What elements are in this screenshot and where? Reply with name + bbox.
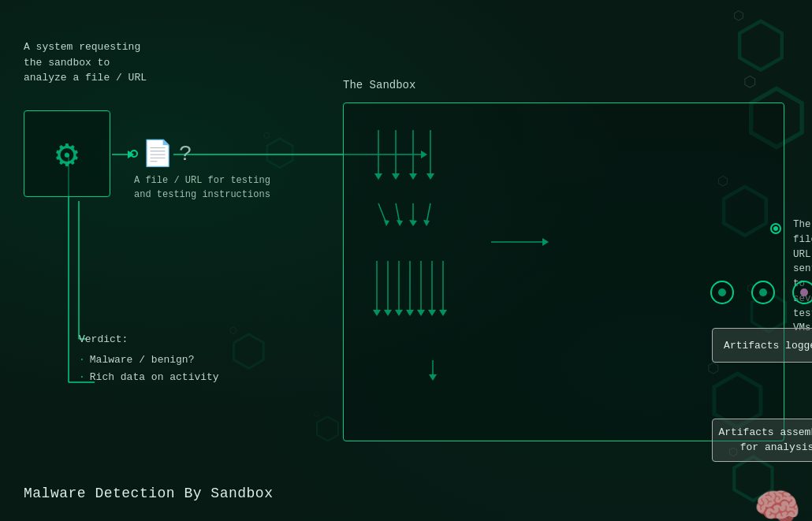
vm-row	[710, 281, 812, 304]
vm-circle-1	[710, 281, 734, 304]
artifacts-assembled-text: Artifacts assembledfor analysis	[718, 426, 812, 454]
brain-icon: 🧠	[754, 486, 801, 521]
verdict-label: Verdict: · Malware / benign? · Rich data…	[79, 331, 219, 386]
sent-label: The file / URL is sent to several test V…	[793, 218, 812, 336]
system-box: ⚙	[24, 110, 110, 197]
hex-decoration-7: ⬡	[263, 131, 296, 169]
file-label: A file / URL for testing and testing ins…	[134, 173, 270, 202]
page-title: Malware Detection By Sandbox	[24, 486, 273, 501]
hex-decoration-9: ⬡	[314, 410, 341, 441]
gear-icon: ⚙	[56, 131, 79, 177]
sandbox-box: The file / URL is sent to several test V…	[343, 102, 784, 441]
system-label: A system requesting the sandbox to analy…	[24, 39, 147, 86]
sent-node	[770, 223, 781, 234]
vm-circle-3	[792, 281, 812, 304]
hex-decoration-1: ⬡	[733, 8, 788, 71]
dot-connector	[130, 150, 138, 158]
artifacts-logged-text: Artifacts logged	[724, 340, 812, 352]
artifacts-assembled-box: Artifacts assembledfor analysis	[712, 419, 812, 462]
question-mark-icon: ?	[179, 142, 192, 166]
hex-decoration-8: ⬡	[229, 325, 268, 369]
sandbox-label: The Sandbox	[343, 79, 415, 91]
vm-circle-2	[751, 281, 775, 304]
file-icon: 📄	[142, 138, 173, 169]
file-area: 📄 ?	[130, 138, 192, 169]
artifacts-logged-box: Artifacts logged	[712, 328, 812, 363]
